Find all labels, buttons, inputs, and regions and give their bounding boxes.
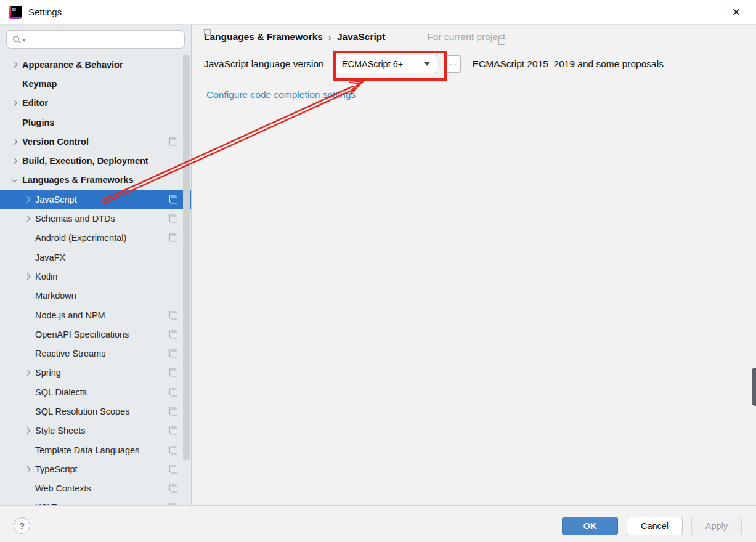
sidebar-item-label: SQL Resolution Scopes [35, 407, 129, 416]
breadcrumb: Languages & Frameworks › JavaScript For … [204, 29, 505, 45]
sidebar-item-label: Keymap [22, 79, 57, 89]
breadcrumb-current: JavaScript [337, 31, 385, 42]
per-project-icon [169, 446, 177, 454]
search-icon [12, 35, 22, 44]
sidebar-item-label: Appearance & Behavior [22, 60, 123, 70]
sidebar-item-kotlin[interactable]: Kotlin [0, 267, 191, 286]
sidebar-item-label: Android (Experimental) [35, 233, 126, 243]
more-options-button[interactable]: ... [445, 55, 461, 73]
sidebar-item-web-contexts[interactable]: Web Contexts [0, 479, 191, 498]
window-title: Settings [28, 7, 62, 17]
dropdown-selected-value: ECMAScript 6+ [342, 59, 404, 69]
sidebar-item-appearance-behavior[interactable]: Appearance & Behavior [0, 55, 191, 74]
dialog-footer: ? OK Cancel Apply [0, 505, 756, 542]
sidebar-item-label: Web Contexts [35, 483, 91, 493]
chevron-right-icon [12, 62, 18, 68]
search-input[interactable] [26, 31, 184, 48]
close-icon[interactable]: × [726, 2, 746, 22]
breadcrumb-parent[interactable]: Languages & Frameworks [204, 31, 323, 42]
chevron-right-icon [25, 370, 31, 376]
per-project-icon [169, 137, 177, 145]
sidebar-item-label: Schemas and DTDs [35, 214, 115, 224]
window-scrollbar-thumb[interactable] [752, 368, 756, 406]
sidebar-item-xslt[interactable]: XSLT [0, 498, 191, 505]
per-project-icon [169, 234, 177, 242]
sidebar-item-markdown[interactable]: Markdown [0, 286, 191, 305]
sidebar-item-label: Plugins [22, 118, 54, 127]
sidebar-item-sql-resolution-scopes[interactable]: SQL Resolution Scopes [0, 402, 191, 421]
settings-dialog: Settings × ▾ Appearance & Behavior Keyma… [0, 0, 756, 542]
per-project-icon [169, 369, 177, 377]
sidebar-item-label: Reactive Streams [35, 349, 105, 358]
chevron-right-icon [25, 196, 31, 203]
sidebar-item-template-data-languages[interactable]: Template Data Languages [0, 440, 191, 459]
cancel-button[interactable]: Cancel [627, 517, 683, 535]
sidebar-item-sql-dialects[interactable]: SQL Dialects [0, 382, 191, 402]
sidebar-item-label: Style Sheets [35, 426, 85, 435]
ok-button[interactable]: OK [562, 517, 618, 535]
sidebar-tree: Appearance & Behavior Keymap Editor Plug… [0, 55, 191, 505]
search-filter-caret-icon[interactable]: ▾ [23, 38, 25, 43]
chevron-down-icon [12, 177, 18, 183]
sidebar-item-spring[interactable]: Spring [0, 363, 191, 382]
sidebar-scrollbar-thumb[interactable] [183, 55, 190, 460]
language-version-dropdown[interactable]: ECMAScript 6+ [335, 55, 437, 73]
sidebar-item-label: JavaScript [35, 195, 77, 204]
settings-content: Languages & Frameworks › JavaScript For … [192, 25, 756, 505]
per-project-icon [169, 465, 177, 473]
sidebar-item-plugins[interactable]: Plugins [0, 113, 191, 132]
sidebar-item-android-experimental[interactable]: Android (Experimental) [0, 229, 191, 248]
language-version-label: JavaScript language version [204, 59, 324, 70]
sidebar-item-label: Languages & Frameworks [22, 175, 134, 185]
sidebar-item-label: Spring [35, 368, 61, 378]
scope-note: For current project [415, 31, 505, 42]
title-bar: Settings × [0, 0, 756, 25]
sidebar-item-label: Build, Execution, Deployment [22, 156, 148, 166]
sidebar-item-label: Version Control [22, 137, 89, 147]
search-box[interactable]: ▾ [6, 30, 185, 49]
sidebar-item-build-execution-deployment[interactable]: Build, Execution, Deployment [0, 151, 191, 170]
sidebar-item-openapi-specifications[interactable]: OpenAPI Specifications [0, 325, 191, 344]
per-project-icon [169, 195, 177, 203]
chevron-right-icon [12, 139, 18, 145]
chevron-right-icon [25, 273, 31, 280]
per-project-icon [169, 330, 177, 338]
apply-button[interactable]: Apply [691, 517, 742, 535]
sidebar-item-label: JavaFX [35, 253, 65, 262]
per-project-icon [169, 407, 177, 415]
chevron-right-icon [25, 466, 31, 472]
chevron-right-icon [25, 427, 31, 434]
scope-note-label: For current project [427, 31, 505, 42]
sidebar-item-style-sheets[interactable]: Style Sheets [0, 421, 191, 440]
breadcrumb-separator-icon: › [328, 32, 331, 42]
code-completion-settings-link[interactable]: Configure code completion settings [206, 89, 356, 100]
per-project-icon [169, 215, 177, 223]
sidebar-item-editor[interactable]: Editor [0, 94, 191, 113]
sidebar-item-label: OpenAPI Specifications [35, 330, 129, 339]
sidebar-item-label: Template Data Languages [35, 445, 139, 455]
sidebar-item-typescript[interactable]: TypeScript [0, 459, 191, 479]
sidebar-item-label: Kotlin [35, 272, 57, 281]
chevron-right-icon [12, 158, 18, 164]
chevron-right-icon [12, 100, 18, 106]
sidebar-item-version-control[interactable]: Version Control [0, 132, 191, 151]
sidebar-item-node-js-and-npm[interactable]: Node.js and NPM [0, 305, 191, 325]
sidebar-item-languages-frameworks[interactable]: Languages & Frameworks [0, 171, 191, 190]
chevron-right-icon [25, 216, 31, 222]
sidebar-item-label: Markdown [35, 291, 76, 301]
sidebar-item-reactive-streams[interactable]: Reactive Streams [0, 344, 191, 363]
sidebar-item-label: SQL Dialects [35, 387, 87, 397]
per-project-icon [415, 33, 423, 41]
help-button[interactable]: ? [14, 517, 30, 534]
language-version-description: ECMAScript 2015–2019 and some proposals [473, 59, 664, 70]
language-version-row: JavaScript language version ECMAScript 6… [204, 54, 664, 74]
sidebar-item-keymap[interactable]: Keymap [0, 74, 191, 93]
chevron-down-icon [424, 62, 430, 66]
per-project-icon [169, 311, 177, 319]
sidebar-item-label: TypeScript [35, 464, 78, 474]
sidebar-item-schemas-and-dtds[interactable]: Schemas and DTDs [0, 209, 191, 228]
sidebar-item-javascript[interactable]: JavaScript [0, 190, 191, 209]
settings-sidebar: ▾ Appearance & Behavior Keymap Editor Pl… [0, 25, 192, 505]
footer-buttons: OK Cancel Apply [562, 517, 742, 535]
sidebar-item-javafx[interactable]: JavaFX [0, 248, 191, 267]
